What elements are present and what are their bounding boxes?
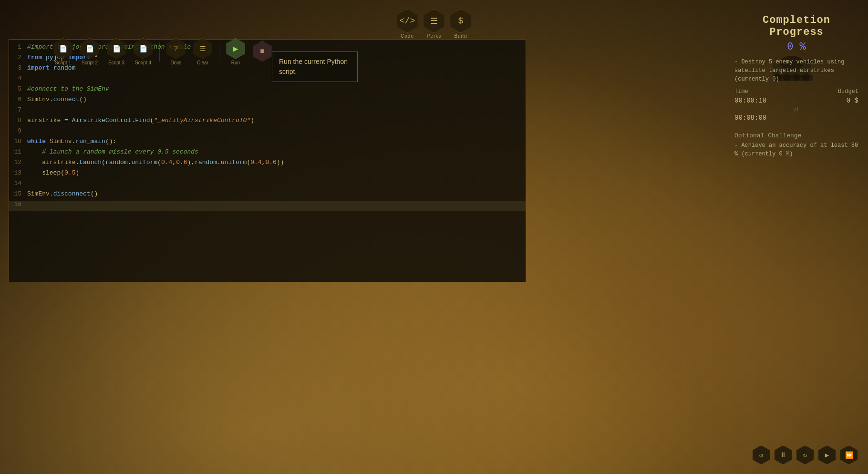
stop-btn[interactable]: ■	[252, 41, 273, 63]
clear-label: Clear	[197, 60, 208, 65]
fast-forward-btn[interactable]: ⏩	[839, 445, 858, 464]
budget-label: Budget	[838, 88, 858, 95]
completion-title: Completion Progress	[734, 14, 858, 38]
stat-divider: of	[734, 106, 858, 112]
table-row: 15 SimEnv.disconnect()	[9, 190, 526, 201]
script3-label: Script 3	[108, 60, 124, 65]
top-nav: </> Code ☰ Perks $ Build	[396, 10, 472, 39]
table-row: 13 sleep(0.5)	[9, 169, 526, 180]
run-tooltip: Run the current Python script.	[272, 52, 358, 82]
nav-perks-btn[interactable]: ☰ Perks	[423, 10, 445, 39]
table-row: 3 import random	[9, 64, 526, 75]
table-row: 12 airstrike.Launch(random.uniform(0.4,0…	[9, 159, 526, 169]
optional-label: Optional Challenge	[734, 132, 858, 139]
script3-btn[interactable]: 📄 Script 3	[106, 38, 127, 65]
script2-label: Script 2	[82, 60, 98, 65]
table-row: 10 while SimEnv.run_main():	[9, 138, 526, 148]
step-forward-btn[interactable]: ↻	[796, 445, 815, 464]
build-icon: $	[449, 10, 472, 32]
code-editor[interactable]: 1 #import the joy of programming python …	[9, 39, 526, 282]
table-row: 14	[9, 180, 526, 190]
table-row: 8 airstrike = AirstrikeControl.Find("_en…	[9, 117, 526, 127]
script1-icon: 📄	[52, 38, 73, 59]
table-row: 7	[9, 106, 526, 117]
script3-icon: 📄	[106, 38, 127, 59]
script4-label: Script 4	[135, 60, 151, 65]
play-icon: ▶	[825, 451, 829, 459]
docs-btn[interactable]: ? Docs	[165, 38, 186, 65]
fast-forward-icon: ⏩	[845, 451, 853, 459]
clear-btn[interactable]: ☰ Clear	[192, 38, 213, 65]
table-row: 16	[9, 201, 526, 211]
objective-text: - Destroy 5 enemy vehicles using satelli…	[734, 58, 858, 83]
run-icon: ▶	[225, 38, 246, 59]
step-forward-icon: ↻	[803, 451, 807, 459]
optional-text: - Achieve an accuracy of at least 80 % (…	[734, 141, 858, 158]
pause-btn[interactable]: ⏸	[774, 445, 793, 464]
script2-icon: 📄	[79, 38, 100, 59]
stats-values-row: 00:00:10 0 $	[734, 97, 858, 104]
clear-icon: ☰	[192, 38, 213, 59]
rewind-icon: ↺	[759, 451, 763, 459]
play-btn[interactable]: ▶	[817, 445, 837, 464]
time-label: Time	[734, 88, 748, 95]
script2-btn[interactable]: 📄 Script 2	[79, 38, 100, 65]
pause-icon: ⏸	[780, 451, 786, 459]
docs-icon: ?	[165, 38, 186, 59]
code-icon: </>	[396, 10, 419, 32]
nav-perks-label: Perks	[427, 33, 442, 39]
table-row: 5 #connect to the SimEnv	[9, 85, 526, 96]
nav-code-label: Code	[401, 33, 414, 39]
toolbar-separator	[159, 42, 160, 62]
script-toolbar: 📄 Script 1 📄 Script 2 📄 Script 3 📄 Scrip…	[52, 38, 273, 65]
toolbar-separator2	[219, 42, 219, 62]
script4-btn[interactable]: 📄 Script 4	[133, 38, 154, 65]
time-total-row: 00:08:00	[734, 114, 858, 122]
table-row: 4	[9, 75, 526, 85]
completion-percent: 0 %	[734, 41, 858, 53]
time-value: 00:00:10	[734, 97, 766, 104]
nav-build-btn[interactable]: $ Build	[449, 10, 472, 39]
right-panel: Completion Progress 0 % - Destroy 5 enem…	[734, 14, 858, 158]
stop-icon: ■	[252, 41, 273, 62]
time-total: 00:08:00	[734, 114, 766, 122]
table-row: 11 # launch a random missle every 0.5 se…	[9, 148, 526, 159]
script1-label: Script 1	[55, 60, 71, 65]
rewind-btn[interactable]: ↺	[752, 445, 771, 464]
script4-icon: 📄	[133, 38, 154, 59]
tooltip-text: Run the current Python script.	[279, 58, 348, 75]
table-row: 6 SimEnv.connect()	[9, 96, 526, 106]
perks-icon: ☰	[423, 10, 445, 32]
nav-code-btn[interactable]: </> Code	[396, 10, 419, 39]
code-area[interactable]: 1 #import the joy of programming python …	[9, 40, 526, 282]
run-btn[interactable]: ▶ Run	[225, 38, 246, 65]
nav-build-label: Build	[454, 33, 467, 39]
budget-value: 0 $	[847, 97, 858, 104]
docs-label: Docs	[171, 60, 182, 65]
script1-btn[interactable]: 📄 Script 1	[52, 38, 73, 65]
bottom-controls: ↺ ⏸ ↻ ▶ ⏩	[752, 445, 858, 464]
stats-row: Time Budget	[734, 88, 858, 95]
table-row: 9	[9, 127, 526, 138]
run-label: Run	[231, 60, 240, 65]
